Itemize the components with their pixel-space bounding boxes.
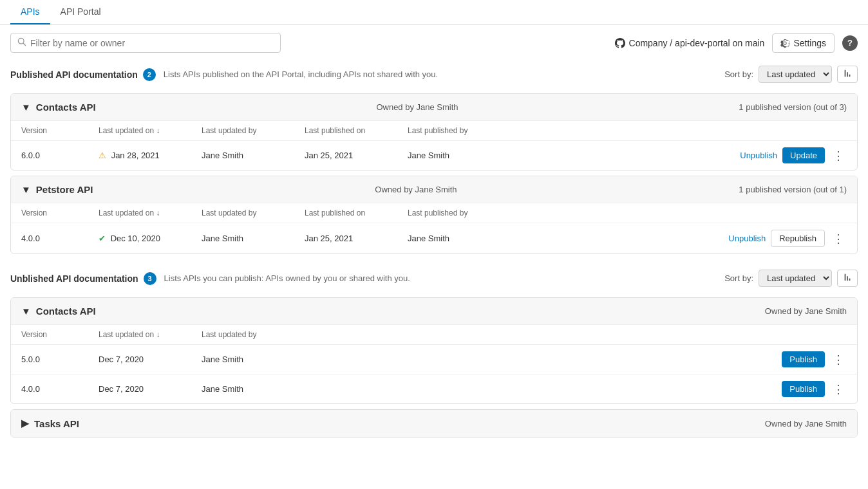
unpublished-section-title: Unblished API documentation 3 Lists APIs… [10,272,410,285]
settings-label: Settings [793,38,826,48]
more-button-u2[interactable]: ⋮ [830,382,847,396]
github-icon [615,38,625,48]
contacts-api-unpublished-header: ▼ Contacts API Owned by Jane Smith [11,298,857,324]
search-icon [17,37,26,48]
actions-cell-u2: Publish ⋮ [294,374,857,404]
contacts-api-unpublished-chevron[interactable]: ▼ [21,306,31,317]
table-row: 4.0.0 ✔ Dec 10, 2020 Jane Smith Jan 25, … [11,223,857,254]
right-toolbar: Company / api-dev-portal on main Setting… [615,33,858,53]
updated-by-cell: Jane Smith [191,141,294,171]
more-button-u1[interactable]: ⋮ [830,353,847,367]
tasks-api-unpublished-title: ▶ Tasks API [21,418,79,429]
published-title-text: Published API documentation [10,69,138,80]
tasks-api-unpublished-header: ▶ Tasks API Owned by Jane Smith [11,410,857,437]
table-row: 5.0.0 Dec 7, 2020 Jane Smith Publish ⋮ [11,345,857,374]
sort-dir-icon-u [843,273,852,282]
contacts-api-unpublished-owner: Owned by Jane Smith [765,306,847,316]
version-actions: Unpublish Update ⋮ [511,147,847,163]
table-row: 6.0.0 ⚠ Jan 28, 2021 Jane Smith Jan 25, … [11,141,857,171]
tasks-api-unpublished-card: ▶ Tasks API Owned by Jane Smith [10,409,858,438]
version-actions: Unpublish Republish ⋮ [511,230,847,247]
petstore-api-published-header: ▼ Petstore API Owned by Jane Smith 1 pub… [11,176,857,203]
github-link-text: Company / api-dev-portal on main [629,38,765,48]
published-sort-label: Sort by: [724,69,753,79]
col-header-updated-by: Last updated by [191,121,294,141]
version-cell: 6.0.0 [11,141,88,171]
published-section-header: Published API documentation 2 Lists APIs… [0,60,868,88]
published-by-cell: Jane Smith [397,141,500,171]
republish-button[interactable]: Republish [771,230,825,247]
tab-apis[interactable]: APIs [10,0,50,24]
contacts-api-published-title: ▼ Contacts API [21,102,96,113]
version-cell-u2: 4.0.0 [11,374,88,404]
petstore-api-published-versions-summary: 1 published version (out of 1) [739,185,847,194]
unpublished-title-text: Unblished API documentation [10,273,138,284]
help-button[interactable]: ? [842,35,858,51]
gear-icon [780,39,789,48]
published-section-title: Published API documentation 2 Lists APIs… [10,68,438,81]
contacts-api-published-name: Contacts API [36,102,96,113]
sort-dir-icon [843,69,852,78]
petstore-api-published-chevron[interactable]: ▼ [21,184,31,195]
toolbar: Company / api-dev-portal on main Setting… [0,25,868,60]
updated-on-cell-u1: Dec 7, 2020 [88,345,191,374]
updated-on-cell-u2: Dec 7, 2020 [88,374,191,404]
settings-button[interactable]: Settings [772,33,835,53]
petstore-api-published-owner: Owned by Jane Smith [375,185,457,194]
unpublished-section-header: Unblished API documentation 3 Lists APIs… [0,264,868,292]
actions-cell: Unpublish Update ⋮ [500,141,857,171]
search-box [10,33,281,53]
contacts-api-published-owner: Owned by Jane Smith [376,102,458,112]
contacts-api-unpublished-name: Contacts API [36,306,96,317]
actions-cell-u1: Publish ⋮ [294,345,857,374]
published-sort-dir-button[interactable] [837,66,858,83]
contacts-api-published-chevron[interactable]: ▼ [21,102,31,113]
col-header-actions-p [500,203,857,223]
publish-button-2[interactable]: Publish [782,381,825,397]
unpublish-button[interactable]: Unpublish [740,151,777,160]
petstore-api-published-versions-table: Version Last updated on ↓ Last updated b… [11,203,857,254]
col-header-actions [500,121,857,141]
updated-on-text: Jan 28, 2021 [111,151,160,160]
table-row: 4.0.0 Dec 7, 2020 Jane Smith Publish ⋮ [11,374,857,404]
more-button[interactable]: ⋮ [830,149,847,163]
unpublish-button-p[interactable]: Unpublish [728,234,766,243]
col-header-actions-u [294,325,857,345]
col-header-published-on: Last published on [294,121,397,141]
updated-by-cell-u2: Jane Smith [191,374,294,404]
version-cell-u1: 5.0.0 [11,345,88,374]
published-on-cell: Jan 25, 2021 [294,223,397,254]
updated-by-cell: Jane Smith [191,223,294,254]
unpublished-section-desc: Lists APIs you can publish: APIs owned b… [164,273,410,283]
published-on-cell: Jan 25, 2021 [294,141,397,171]
version-cell: 4.0.0 [11,223,88,254]
published-sort-controls: Sort by: Last updated [724,66,858,83]
version-actions-u2: Publish ⋮ [305,381,847,397]
github-link: Company / api-dev-portal on main [615,38,765,48]
contacts-api-published-versions-summary: 1 published version (out of 3) [739,102,847,112]
col-header-published-by-p: Last published by [397,203,500,223]
petstore-api-published-title: ▼ Petstore API [21,184,93,195]
unpublished-sort-label: Sort by: [724,273,753,283]
published-sort-select[interactable]: Last updated [759,66,832,83]
tab-api-portal[interactable]: API Portal [50,0,111,24]
updated-on-text: Dec 10, 2020 [111,234,160,243]
tasks-api-unpublished-chevron[interactable]: ▶ [21,418,29,429]
updated-on-cell: ⚠ Jan 28, 2021 [88,141,191,171]
actions-cell: Unpublish Republish ⋮ [500,223,857,254]
update-button[interactable]: Update [782,147,825,163]
unpublished-sort-dir-button[interactable] [837,270,858,287]
search-input[interactable] [30,38,274,48]
col-header-version-p: Version [11,203,88,223]
publish-button-1[interactable]: Publish [782,351,825,367]
tasks-api-unpublished-name: Tasks API [34,418,79,429]
petstore-api-published-name: Petstore API [36,184,93,195]
unpublished-badge: 3 [144,272,156,285]
published-section-desc: Lists APIs published on the API Portal, … [164,69,438,79]
col-header-updated-by-u: Last updated by [191,325,294,345]
col-header-version-u: Version [11,325,88,345]
updated-by-cell-u1: Jane Smith [191,345,294,374]
petstore-api-published-card: ▼ Petstore API Owned by Jane Smith 1 pub… [10,176,858,254]
unpublished-sort-select[interactable]: Last updated [759,270,832,287]
more-button-p[interactable]: ⋮ [830,232,847,246]
